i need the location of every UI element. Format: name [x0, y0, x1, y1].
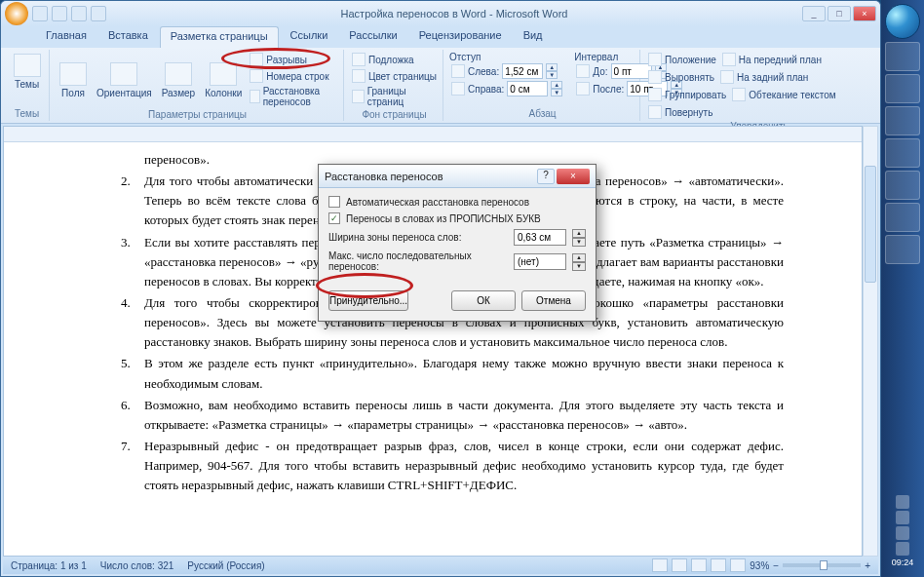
maximize-button[interactable]: □ [828, 6, 851, 21]
zone-width-input[interactable] [514, 229, 566, 246]
tab-insert[interactable]: Вставка [98, 26, 158, 48]
tab-page-layout[interactable]: Разметка страницы [160, 26, 279, 48]
indent-left-spinner[interactable]: ▲▼ [546, 63, 558, 79]
cancel-button[interactable]: Отмена [521, 290, 586, 311]
line-numbers-button[interactable]: Номера строк [248, 68, 339, 84]
hyphenation-button[interactable]: Расстановка переносов [248, 85, 339, 108]
bring-front-button[interactable]: На передний план [720, 52, 824, 67]
zoom-out-button[interactable]: − [773, 560, 779, 571]
indent-right-icon [451, 82, 465, 96]
auto-hyphenation-checkbox[interactable] [328, 196, 340, 208]
view-fullscreen-icon[interactable] [672, 558, 687, 572]
taskbar-item[interactable] [885, 203, 920, 232]
view-print-layout-icon[interactable] [652, 558, 668, 572]
group-button[interactable]: Группировать [646, 87, 728, 102]
tray-icon[interactable] [896, 526, 909, 540]
office-button[interactable] [5, 2, 28, 25]
qat-undo-icon[interactable] [52, 6, 67, 21]
group-icon [648, 88, 662, 101]
ok-button[interactable]: ОК [451, 290, 516, 311]
align-icon [648, 70, 662, 84]
window-title: Настройка переносов в Word - Microsoft W… [106, 8, 802, 19]
text-wrap-icon [732, 88, 746, 101]
quick-access-toolbar [32, 6, 106, 21]
zoom-slider-thumb[interactable] [820, 560, 828, 570]
send-back-icon [720, 70, 734, 84]
indent-left-input[interactable] [502, 63, 543, 79]
page-borders-icon [352, 90, 365, 103]
view-draft-icon[interactable] [730, 558, 746, 572]
tab-home[interactable]: Главная [36, 26, 96, 48]
dialog-titlebar[interactable]: Расстановка переносов ? × [319, 165, 596, 188]
force-button[interactable]: Принудительно... [328, 290, 408, 311]
taskbar-item[interactable] [885, 171, 920, 200]
tray-icon[interactable] [896, 542, 909, 556]
status-bar: Страница: 1 из 1 Число слов: 321 Русский… [3, 557, 878, 574]
status-words[interactable]: Число слов: 321 [100, 560, 174, 571]
windows-taskbar: 09:24 [881, 0, 924, 577]
qat-redo-icon[interactable] [71, 6, 87, 21]
tab-references[interactable]: Ссылки [281, 26, 338, 48]
taskbar-clock[interactable]: 09:24 [892, 558, 914, 567]
zoom-slider[interactable] [783, 563, 861, 567]
tab-mailings[interactable]: Рассылки [339, 26, 406, 48]
horizontal-ruler[interactable] [4, 127, 862, 142]
indent-right-input[interactable] [507, 81, 548, 96]
zoom-level[interactable]: 93% [750, 560, 769, 571]
position-button[interactable]: Положение [646, 52, 718, 67]
columns-button[interactable]: Колонки [201, 60, 246, 100]
line-numbers-icon [250, 69, 263, 83]
tray-icon[interactable] [896, 495, 909, 509]
margins-button[interactable]: Поля [56, 60, 91, 100]
page-borders-button[interactable]: Границы страниц [350, 85, 439, 108]
orientation-button[interactable]: Ориентация [93, 60, 156, 100]
themes-button[interactable]: Темы [9, 52, 45, 92]
minimize-button[interactable]: _ [802, 6, 826, 21]
zone-width-spinner[interactable]: ▲▼ [572, 229, 586, 246]
ribbon-tabs: Главная Вставка Разметка страницы Ссылки… [1, 26, 880, 48]
dialog-help-button[interactable]: ? [537, 169, 555, 184]
page-color-button[interactable]: Цвет страницы [350, 68, 439, 84]
align-button[interactable]: Выровнять [646, 69, 716, 85]
max-consecutive-input[interactable] [514, 253, 566, 270]
status-language[interactable]: Русский (Россия) [187, 560, 264, 571]
size-icon [165, 62, 192, 86]
close-button[interactable]: × [853, 6, 876, 21]
breaks-icon [250, 53, 263, 66]
rotate-icon [648, 105, 662, 119]
size-button[interactable]: Размер [158, 60, 199, 100]
spacing-before-icon [576, 64, 590, 78]
indent-right-spinner[interactable]: ▲▼ [551, 81, 562, 96]
watermark-button[interactable]: Подложка [350, 52, 439, 67]
taskbar-item[interactable] [885, 42, 920, 71]
taskbar-item[interactable] [885, 106, 920, 135]
max-consecutive-spinner[interactable]: ▲▼ [572, 253, 586, 270]
text-wrap-button[interactable]: Обтекание текстом [730, 87, 838, 102]
vertical-scrollbar[interactable] [863, 126, 878, 557]
qat-save-icon[interactable] [32, 6, 48, 21]
view-outline-icon[interactable] [711, 558, 726, 572]
dialog-close-button[interactable]: × [557, 169, 590, 184]
send-back-button[interactable]: На задний план [718, 69, 810, 85]
taskbar-item[interactable] [885, 74, 920, 103]
view-web-icon[interactable] [691, 558, 707, 572]
columns-icon [210, 62, 237, 86]
group-themes-label: Темы [9, 107, 45, 119]
hyphenation-dialog: Расстановка переносов ? × Автоматическая… [318, 164, 597, 322]
caps-hyphenation-checkbox[interactable]: ✓ [328, 212, 340, 224]
zoom-in-button[interactable]: + [865, 560, 870, 571]
tab-review[interactable]: Рецензирование [409, 26, 512, 48]
scroll-thumb[interactable] [865, 166, 876, 283]
group-pagesetup-label: Параметры страницы [56, 108, 339, 120]
breaks-button[interactable]: Разрывы [248, 52, 339, 67]
tab-view[interactable]: Вид [514, 26, 553, 48]
max-consecutive-label: Макс. число последовательных переносов: [328, 250, 508, 272]
start-button[interactable] [885, 4, 920, 39]
taskbar-item[interactable] [885, 138, 920, 168]
tray-icon[interactable] [896, 511, 909, 524]
page-color-icon [352, 69, 366, 83]
taskbar-item[interactable] [885, 235, 920, 264]
qat-more-icon[interactable] [91, 6, 106, 21]
rotate-button[interactable]: Повернуть [646, 104, 714, 120]
status-page[interactable]: Страница: 1 из 1 [11, 560, 87, 571]
